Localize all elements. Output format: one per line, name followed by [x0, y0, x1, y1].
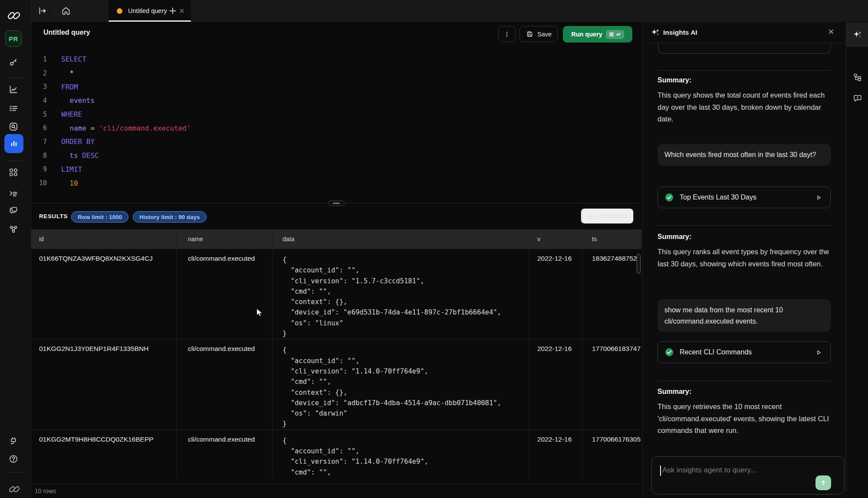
cell-v: 2022-12-16 [529, 430, 582, 478]
ask-agent-box[interactable] [651, 456, 845, 495]
query-card-title: Recent CLI Commands [680, 348, 752, 356]
query-card-title: Top Events Last 30 Days [680, 193, 756, 201]
save-label: Save [537, 31, 552, 38]
insights-title: Insights AI [663, 29, 697, 36]
download-button[interactable]: Download [581, 208, 634, 224]
code-line[interactable]: 8 ts DESC [31, 149, 641, 163]
run-shortcut-badge: ⌘ ↵ [606, 30, 624, 39]
play-icon[interactable] [815, 349, 822, 356]
line-number: 3 [31, 83, 47, 91]
summary-label: Summary: [658, 76, 691, 84]
column-header-data[interactable]: data [272, 229, 529, 249]
rail-insights-ai-icon[interactable] [846, 23, 868, 47]
flow-graph-icon[interactable] [8, 224, 19, 234]
insights-header: Insights AI [643, 22, 846, 43]
resize-drag-handle[interactable] [328, 200, 345, 206]
line-number: 5 [31, 111, 47, 118]
row-count: 10 rows [35, 488, 56, 495]
brand-logo-icon [6, 10, 22, 21]
cell-ts: 1836274887529 [582, 249, 641, 339]
history-limit-badge[interactable]: History limit : 90 days [133, 211, 207, 223]
enter-key-icon: ↵ [616, 31, 621, 38]
page-title: Untitled query [43, 29, 90, 36]
analytics-chart-icon[interactable] [8, 84, 19, 95]
cell-data: { "account_id": "", "cli_version": "1.14… [272, 339, 529, 429]
results-header-row: idnamedatavts [31, 229, 641, 249]
code-line[interactable]: 9LIMIT [31, 163, 641, 177]
cell-id: 01KGG2N1J3Y0ENP1R4F1335BNH [31, 339, 176, 429]
kebab-icon [503, 30, 511, 38]
column-header-name[interactable]: name [176, 229, 272, 249]
send-button[interactable] [815, 475, 831, 490]
sidebar-expand-icon[interactable] [37, 6, 48, 16]
row-limit-badge[interactable]: Row limit : 1000 [71, 211, 128, 223]
avatar[interactable]: PR [5, 30, 22, 47]
query-card-recent-cli[interactable]: Recent CLI Commands [658, 341, 831, 363]
tabbar-separator [54, 4, 55, 17]
code-line[interactable]: 7ORDER BY [31, 135, 641, 149]
results-heading: RESULTS [39, 213, 68, 220]
check-circle-icon [664, 193, 674, 202]
insights-divider [658, 381, 831, 381]
code-line[interactable]: 4 events [31, 94, 641, 108]
code-line[interactable]: 1SELECT [31, 52, 641, 66]
summary-label: Summary: [658, 233, 691, 241]
column-header-v[interactable]: v [529, 229, 582, 249]
more-options-button[interactable] [498, 26, 516, 42]
sql-editor[interactable]: 1SELECT2 *3FROM4 events5WHERE6 name = 'c… [31, 43, 641, 200]
cell-name: cli/command.executed [176, 249, 272, 339]
code-text: SELECT [61, 55, 86, 63]
cell-id: 01KGG2MT9H8H8CCDQ0ZK16BEPP [31, 430, 176, 478]
code-line[interactable]: 6 name = 'cli/command.executed' [31, 121, 641, 135]
insights-divider [658, 70, 831, 71]
integrations-plug-icon[interactable] [8, 436, 19, 446]
line-number: 1 [31, 56, 47, 63]
code-line[interactable]: 3FROM [31, 80, 641, 94]
tab-bar: Untitled query [31, 0, 868, 22]
ask-agent-input[interactable] [662, 464, 810, 477]
rail-feedback-icon[interactable] [846, 86, 868, 110]
column-header-ts[interactable]: ts [582, 229, 641, 249]
tab-close-icon[interactable] [179, 8, 185, 14]
column-header-id[interactable]: id [31, 229, 176, 249]
summary-text: This query ranks all event types by freq… [658, 246, 832, 270]
save-button[interactable]: Save [519, 26, 558, 42]
results-body: 01K66TQNZA3WFBQ8XN2KXSG4CJcli/command.ex… [31, 249, 641, 478]
check-circle-icon [664, 347, 674, 357]
user-message-bubble: show me data from the most recent 10 cli… [658, 299, 831, 332]
streams-list-icon[interactable] [8, 103, 19, 114]
right-rail [846, 22, 868, 498]
sidebar-divider [7, 472, 24, 472]
tab-untitled-query[interactable]: Untitled query [108, 0, 191, 22]
apps-grid-icon[interactable] [8, 167, 19, 177]
code-line[interactable]: 10 10 [31, 176, 641, 190]
table-row[interactable]: 01KGG2MT9H8H8CCDQ0ZK16BEPPcli/command.ex… [31, 429, 641, 478]
table-row[interactable]: 01KGG2N1J3Y0ENP1R4F1335BNHcli/command.ex… [31, 339, 641, 429]
run-query-button[interactable]: Run query ⌘ ↵ [563, 26, 632, 43]
save-icon [526, 30, 534, 38]
insights-close-icon[interactable] [828, 28, 835, 35]
table-scrollbar-thumb[interactable] [637, 254, 641, 274]
home-icon[interactable] [61, 6, 71, 16]
table-row[interactable]: 01K66TQNZA3WFBQ8XN2KXSG4CJcli/command.ex… [31, 249, 641, 339]
api-keys-icon[interactable] [8, 57, 19, 67]
windows-copy-icon[interactable] [8, 205, 19, 216]
explore-search-icon[interactable] [8, 121, 19, 132]
code-text: LIMIT [61, 165, 82, 174]
help-icon[interactable] [8, 454, 19, 464]
arrow-up-icon [819, 479, 827, 487]
line-number: 2 [31, 69, 47, 77]
line-number: 4 [31, 97, 47, 105]
sidebar: PR [0, 0, 31, 498]
sparkles-icon [651, 28, 660, 37]
code-line[interactable]: 5WHERE [31, 108, 641, 121]
text-caret [660, 465, 661, 476]
cmd-key-icon: ⌘ [609, 31, 614, 38]
terminal-icon[interactable] [8, 188, 19, 199]
new-tab-plus-icon[interactable] [168, 6, 178, 16]
query-card-top-events[interactable]: Top Events Last 30 Days [658, 187, 831, 208]
code-line[interactable]: 2 * [31, 66, 641, 80]
sidebar-item-query-active[interactable] [4, 134, 23, 153]
play-icon[interactable] [815, 194, 822, 201]
code-text: events [61, 96, 95, 105]
